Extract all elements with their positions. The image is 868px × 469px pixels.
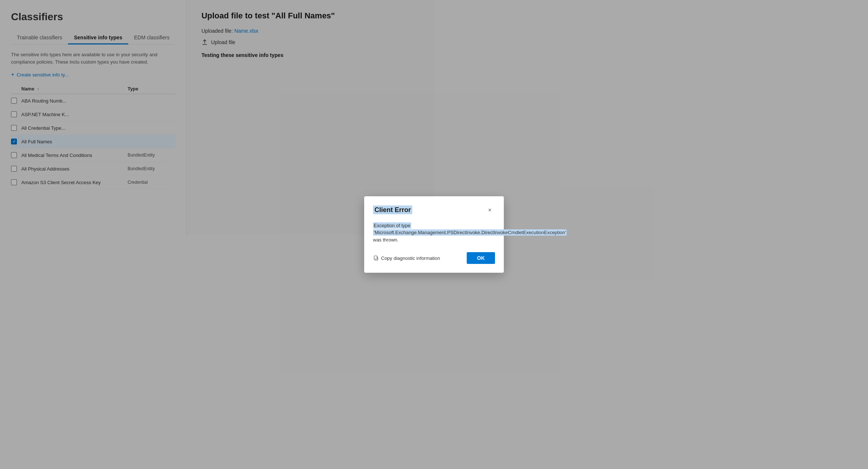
dialog-header: Client Error ×: [373, 205, 434, 215]
error-dialog: Client Error × Exception of type 'Micros…: [364, 196, 434, 234]
error-line2: 'Microsoft.Exchange.Management.PSDirectI…: [373, 229, 434, 234]
dialog-title: Client Error: [373, 206, 412, 214]
error-line1: Exception of type: [373, 222, 411, 229]
modal-overlay: Client Error × Exception of type 'Micros…: [0, 0, 434, 234]
dialog-body: Exception of type 'Microsoft.Exchange.Ma…: [373, 222, 434, 234]
dialog-title-text: Client Error: [373, 205, 412, 214]
